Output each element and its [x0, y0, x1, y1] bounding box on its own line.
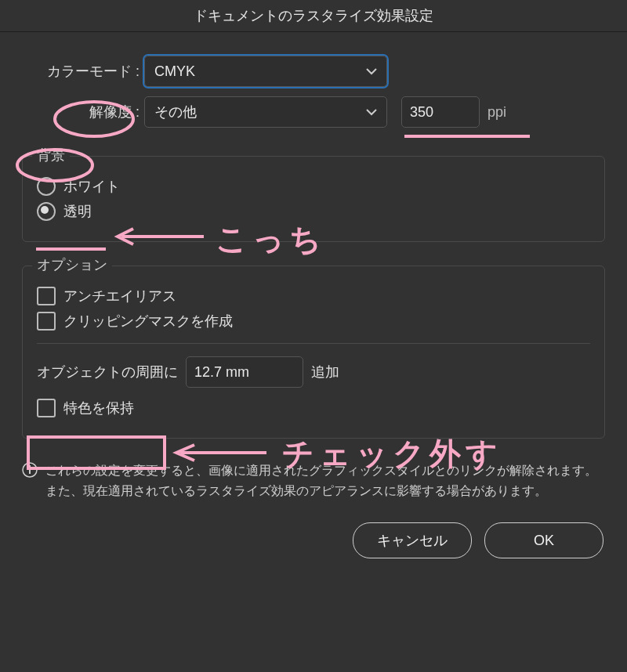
svg-rect-1	[29, 468, 31, 474]
resolution-row: 解像度 : その他 350 ppi	[22, 96, 605, 128]
resolution-value: 350	[410, 104, 433, 121]
checkbox-preserve-spot[interactable]: 特色を保持	[37, 399, 590, 417]
preserve-spot-label: 特色を保持	[63, 399, 134, 417]
radio-transparent[interactable]: 透明	[37, 202, 590, 221]
options-group: オプション アンチエイリアス クリッピングマスクを作成 オブジェクトの周囲に 1…	[22, 266, 605, 439]
cancel-button-label: キャンセル	[377, 531, 448, 550]
chevron-down-icon	[366, 108, 377, 116]
resolution-label: 解像度 :	[22, 103, 144, 121]
color-mode-row: カラーモード : CMYK	[22, 56, 605, 87]
resolution-preset-value: その他	[154, 103, 197, 121]
radio-icon	[37, 202, 56, 221]
checkbox-icon	[37, 312, 56, 331]
resolution-unit: ppi	[487, 104, 506, 121]
resolution-input[interactable]: 350	[401, 96, 480, 128]
background-legend: 背景	[32, 146, 70, 164]
padding-input[interactable]: 12.7 mm	[186, 356, 303, 388]
background-group: 背景 ホワイト 透明	[22, 156, 605, 242]
ok-button-label: OK	[534, 533, 554, 549]
button-row: キャンセル OK	[22, 522, 605, 558]
color-mode-select[interactable]: CMYK	[144, 56, 387, 87]
padding-value: 12.7 mm	[194, 364, 249, 381]
resolution-preset-select[interactable]: その他	[144, 96, 387, 128]
padding-row: オブジェクトの周囲に 12.7 mm 追加	[37, 356, 590, 388]
checkbox-antialias[interactable]: アンチエイリアス	[37, 287, 590, 305]
color-mode-value: CMYK	[154, 63, 195, 80]
clipping-mask-label: クリッピングマスクを作成	[63, 312, 233, 331]
checkbox-icon	[37, 399, 56, 417]
checkbox-icon	[37, 287, 56, 305]
color-mode-label: カラーモード :	[22, 62, 144, 81]
cancel-button[interactable]: キャンセル	[353, 522, 472, 558]
svg-rect-2	[29, 465, 31, 467]
checkbox-clipping-mask[interactable]: クリッピングマスクを作成	[37, 312, 590, 331]
info-icon	[22, 462, 39, 500]
radio-icon	[37, 177, 56, 196]
radio-white-label: ホワイト	[63, 177, 120, 196]
chevron-down-icon	[366, 67, 377, 75]
window-title: ドキュメントのラスタライズ効果設定	[0, 0, 627, 32]
padding-suffix: 追加	[311, 363, 339, 381]
ok-button[interactable]: OK	[484, 522, 603, 558]
info-text: これらの設定を変更すると、画像に適用されたグラフィックスタイルとのリンクが解除さ…	[45, 461, 605, 500]
radio-white[interactable]: ホワイト	[37, 177, 590, 196]
antialias-label: アンチエイリアス	[63, 287, 176, 305]
divider	[37, 343, 590, 344]
dialog-content: カラーモード : CMYK 解像度 : その他 350 ppi 背景 ホワイト	[0, 32, 627, 558]
info-note: これらの設定を変更すると、画像に適用されたグラフィックスタイルとのリンクが解除さ…	[22, 461, 605, 500]
options-legend: オプション	[32, 255, 112, 274]
radio-transparent-label: 透明	[63, 202, 92, 221]
padding-prefix: オブジェクトの周囲に	[37, 363, 178, 381]
